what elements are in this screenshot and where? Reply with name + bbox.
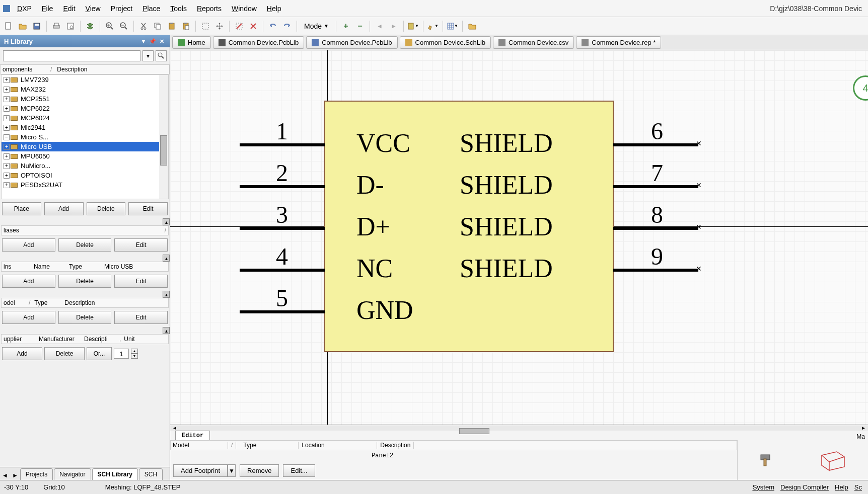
alias-delete-button[interactable]: Delete — [58, 238, 112, 252]
doc-tab[interactable]: Common Device.rep * — [576, 36, 661, 49]
pin-add-button[interactable]: Add — [2, 275, 55, 288]
hammer-icon[interactable] — [759, 453, 774, 468]
prev-button[interactable]: ◄ — [373, 20, 386, 33]
pin-edit-button[interactable]: Edit — [114, 275, 168, 288]
delete-button[interactable]: Delete — [87, 202, 126, 215]
model-delete-button[interactable]: Delete — [58, 311, 112, 324]
schematic-canvas[interactable]: 1VCC2D-3D+4NC5GND ✕6SHIELD✕7SHIELD✕8SHIE… — [170, 50, 868, 425]
tab-sch-library[interactable]: SCH Library — [92, 468, 138, 480]
status-help[interactable]: Help — [833, 483, 850, 491]
redo-button[interactable] — [280, 20, 294, 33]
component-item[interactable]: +MPU6050 — [2, 151, 168, 161]
edit-button[interactable]: Edit — [128, 202, 168, 215]
tab-navigator[interactable]: Navigator — [54, 468, 91, 480]
add-footprint-button[interactable]: Add Footprint — [173, 464, 228, 477]
undo-button[interactable] — [266, 20, 279, 33]
new-button[interactable] — [2, 20, 15, 33]
status-design-compiler[interactable]: Design Compiler — [778, 483, 831, 491]
menu-file[interactable]: File — [37, 2, 58, 16]
copy-button[interactable] — [151, 20, 164, 33]
add-part-button[interactable]: + — [339, 20, 352, 33]
pin-delete-button[interactable]: Delete — [58, 275, 112, 288]
search-dropdown-button[interactable]: ▾ — [142, 50, 154, 61]
component-item[interactable]: +MCP6022 — [2, 104, 168, 113]
tab-projects[interactable]: Projects — [20, 468, 53, 480]
add-button[interactable]: Add — [44, 202, 84, 215]
clear-button[interactable] — [247, 20, 260, 33]
pencil-button[interactable]: ▼ — [426, 20, 440, 33]
component-item[interactable]: +OPTOISOI — [2, 171, 168, 180]
deselect-button[interactable] — [233, 20, 246, 33]
tab-next-button[interactable]: ► — [10, 471, 20, 480]
spinner-down-button[interactable]: ▼ — [131, 354, 138, 359]
menu-edit[interactable]: Edit — [58, 2, 80, 16]
print-button[interactable] — [50, 20, 63, 33]
component-item[interactable]: +MAX232 — [2, 85, 168, 94]
menu-dxp[interactable]: DXP — [12, 2, 37, 16]
add-footprint-dropdown[interactable]: ▼ — [228, 464, 236, 477]
menu-help[interactable]: Help — [262, 2, 286, 16]
doc-tab[interactable]: Common Device.SchLib — [400, 36, 491, 49]
menu-tools[interactable]: Tools — [165, 2, 192, 16]
alias-edit-button[interactable]: Edit — [114, 238, 168, 252]
doc-tab[interactable]: Common Device.PcbLib — [213, 36, 304, 49]
editor-tab[interactable]: Editor — [175, 431, 210, 440]
collapse-aliases-button[interactable]: ▴ — [163, 218, 170, 225]
search-magnify-button[interactable] — [156, 50, 167, 61]
move-button[interactable] — [213, 20, 226, 33]
tab-sch[interactable]: SCH — [139, 468, 163, 480]
panel-dropdown-icon[interactable]: ▼ — [139, 37, 148, 45]
open-button[interactable] — [16, 20, 29, 33]
supplier-or-button[interactable]: Or... — [87, 347, 112, 360]
supplier-delete-button[interactable]: Delete — [44, 347, 85, 360]
component-item[interactable]: +Micro USB — [2, 142, 168, 151]
component-item[interactable]: +Mic2941 — [2, 123, 168, 132]
supplier-add-button[interactable]: Add — [2, 347, 42, 360]
unit-spinner[interactable] — [114, 349, 129, 359]
component-item[interactable]: −Micro S... — [2, 132, 168, 142]
cut-button[interactable] — [137, 20, 150, 33]
menu-window[interactable]: Window — [227, 2, 262, 16]
menu-place[interactable]: Place — [137, 2, 165, 16]
zoom-out-button[interactable] — [117, 20, 130, 33]
remove-footprint-button[interactable]: Remove — [240, 464, 279, 477]
alias-add-button[interactable]: Add — [2, 238, 55, 252]
component-item[interactable]: +MCP2551 — [2, 94, 168, 104]
component-item[interactable]: +MCP6024 — [2, 113, 168, 123]
model-edit-button[interactable]: Edit — [114, 311, 168, 324]
collapse-supplier-button[interactable]: ▴ — [163, 327, 170, 334]
doc-tab[interactable]: Common Device.PcbLib — [306, 36, 397, 49]
doc-tab[interactable]: Common Device.csv — [493, 36, 574, 49]
editor-row[interactable]: Panel2 — [170, 450, 737, 461]
menu-reports[interactable]: Reports — [192, 2, 227, 16]
select-button[interactable] — [199, 20, 212, 33]
layers-button[interactable] — [84, 20, 97, 33]
spinner-up-button[interactable]: ▲ — [131, 349, 138, 354]
paste-special-button[interactable] — [179, 20, 192, 33]
save-button[interactable] — [30, 20, 43, 33]
search-input[interactable] — [3, 50, 140, 61]
next-button[interactable]: ► — [387, 20, 400, 33]
hscroll-right-button[interactable]: ► — [861, 425, 866, 431]
collapse-pins-button[interactable]: ▴ — [163, 255, 170, 262]
tool-options-button[interactable]: ▼ — [407, 20, 420, 33]
component-item[interactable]: +PESDxS2UAT — [2, 180, 168, 190]
component-item[interactable]: +LMV7239 — [2, 75, 168, 85]
component-item[interactable]: +NuMicro... — [2, 161, 168, 171]
place-button[interactable]: Place — [2, 202, 41, 215]
panel-pin-icon[interactable]: 📌 — [149, 37, 157, 45]
status-sc[interactable]: Sc — [852, 483, 864, 491]
tab-prev-button[interactable]: ◄ — [0, 471, 10, 480]
panel-close-icon[interactable]: ✕ — [158, 37, 166, 45]
zoom-in-button[interactable] — [103, 20, 116, 33]
grid-button[interactable]: ▼ — [446, 20, 459, 33]
folder-button[interactable] — [466, 20, 479, 33]
hscroll-left-button[interactable]: ◄ — [172, 425, 177, 431]
edit-footprint-button[interactable]: Edit... — [283, 464, 315, 477]
status-system[interactable]: System — [751, 483, 776, 491]
collapse-model-button[interactable]: ▴ — [163, 291, 170, 298]
model-add-button[interactable]: Add — [2, 311, 55, 324]
doc-tab[interactable]: Home — [172, 36, 211, 49]
mode-dropdown[interactable]: Mode ▼ — [300, 20, 333, 32]
paste-button[interactable] — [165, 20, 178, 33]
